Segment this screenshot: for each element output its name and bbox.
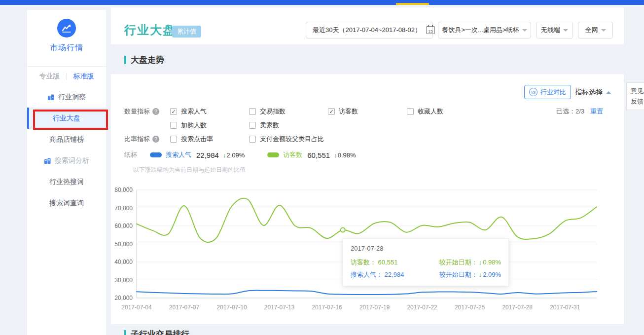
sidebar-item-6[interactable]: 搜索词查询	[27, 192, 106, 214]
help-icon[interactable]: ?	[152, 136, 159, 143]
calendar-icon: 15	[426, 26, 435, 34]
down-arrow-icon: ↓	[334, 151, 337, 159]
legend-change-value: 2.09%	[226, 151, 245, 159]
scope-dropdown-value: 全网	[585, 26, 598, 35]
sidebar-item-5[interactable]: 行业热搜词	[27, 171, 106, 192]
feedback-line2: 反馈	[631, 96, 644, 107]
checkbox-unchecked[interactable]	[249, 122, 256, 129]
top-navigation-bar	[0, 0, 644, 5]
x-axis-label: 2017-07-31	[550, 304, 580, 311]
app-root: 市场行情 专业版标准版 行业洞察行业大盘商品店铺榜搜索词分析行业热搜词搜索词查询…	[0, 0, 644, 335]
metric-selector-toggle[interactable]: 指标选择	[575, 88, 611, 97]
chevron-down-icon	[522, 29, 527, 32]
tooltip-change-value: 2.09%	[483, 271, 501, 278]
legend-series-change: ↓2.09%	[223, 151, 245, 159]
chart-legend: 纸杯 搜索人气22,984↓2.09%访客数60,551↓0.98%	[124, 150, 379, 159]
legend-series-change: ↓0.98%	[334, 151, 356, 159]
line-series-搜索人气	[137, 291, 597, 295]
checkbox-搜索人气[interactable]: ✓搜索人气	[170, 107, 249, 116]
sidebar-item-2[interactable]: 行业大盘	[27, 108, 106, 129]
sidebar-item-4[interactable]: 搜索词分析	[27, 150, 106, 171]
industry-compare-button[interactable]: vs 行业对比	[524, 85, 571, 99]
help-icon[interactable]: ?	[152, 108, 159, 115]
indicator-group-1: 数量指标?✓搜索人气交易指数✓访客数收藏人数加购人数卖家数	[124, 105, 486, 132]
y-axis-label: 40,000	[114, 259, 133, 265]
chart-note: 以下涨跌幅均为当前日期与起始日期的比值	[133, 166, 246, 174]
checkbox-label: 支付金额较父类目占比	[260, 135, 324, 144]
checkbox-unchecked[interactable]	[170, 136, 177, 143]
page-header: 行业大盘 累计值 最近30天（2017-07-04~2017-08-02） 15…	[111, 7, 624, 44]
legend-series-value: 60,551	[307, 151, 330, 159]
category-dropdown[interactable]: 餐饮具>一次...桌用品>纸杯	[438, 22, 531, 38]
checkbox-label: 交易指数	[260, 107, 286, 116]
indicator-group-label: 比率指标?	[124, 132, 170, 146]
sidebar-item-label: 行业大盘	[53, 114, 80, 123]
version-tab-1[interactable]: 专业版	[39, 72, 60, 81]
checkbox-支付金额较父类目占比[interactable]: 支付金额较父类目占比	[249, 135, 328, 144]
selected-count-info: 已选：2/3 重置	[556, 107, 603, 116]
sidebar-item-3[interactable]: 商品店铺榜	[27, 129, 106, 150]
x-axis-label: 2017-07-07	[169, 304, 200, 311]
vs-icon: vs	[529, 88, 537, 96]
legend-series-name: 搜索人气	[166, 150, 191, 159]
indicator-group-label-text: 比率指标	[124, 135, 150, 144]
checkbox-label: 访客数	[339, 107, 358, 116]
sidebar-item-1[interactable]: 行业洞察	[27, 86, 106, 108]
checkbox-label: 搜索人气	[181, 107, 207, 116]
sidebar-item-label: 商品店铺榜	[49, 135, 84, 144]
scope-dropdown[interactable]: 全网	[578, 22, 613, 38]
y-axis-label: 50,000	[114, 241, 133, 248]
checkbox-checked[interactable]: ✓	[170, 108, 177, 115]
version-tabs: 专业版标准版	[27, 67, 106, 86]
metric-selector-label: 指标选择	[575, 88, 603, 97]
x-axis-label: 2017-07-19	[359, 304, 390, 311]
indicator-row: 搜索点击率支付金额较父类目占比	[170, 132, 328, 146]
checkbox-访客数[interactable]: ✓访客数	[328, 107, 407, 116]
x-axis-label: 2017-07-28	[502, 304, 533, 311]
sidebar-menu: 行业洞察行业大盘商品店铺榜搜索词分析行业热搜词搜索词查询	[27, 86, 106, 214]
version-tab-2[interactable]: 标准版	[73, 72, 94, 81]
checkbox-unchecked[interactable]	[170, 122, 177, 129]
checkbox-交易指数[interactable]: 交易指数	[249, 107, 328, 116]
indicator-rows: ✓搜索人气交易指数✓访客数收藏人数加购人数卖家数	[170, 105, 486, 132]
buildings-icon	[47, 94, 55, 101]
sidebar-brand: 市场行情	[27, 10, 106, 53]
chevron-up-icon	[606, 91, 611, 94]
line-series-访客数	[137, 198, 597, 242]
chart-tooltip: 2017-07-28 访客数： 60,551较开始日期：↓0.98%搜索人气： …	[343, 238, 509, 286]
active-nav-underline	[396, 3, 429, 5]
sidebar-item-label: 行业洞察	[58, 93, 86, 102]
reset-link[interactable]: 重置	[590, 107, 603, 116]
checkbox-unchecked[interactable]	[407, 108, 414, 115]
industry-compare-label: 行业对比	[540, 88, 566, 97]
date-range-picker[interactable]: 最近30天（2017-07-04~2017-08-02） 15	[306, 22, 433, 38]
tooltip-rows: 访客数： 60,551较开始日期：↓0.98%搜索人气： 22,984较开始日期…	[351, 256, 501, 281]
tooltip-row: 访客数： 60,551较开始日期：↓0.98%	[351, 256, 501, 268]
tooltip-series-value: 访客数： 60,551	[351, 256, 397, 268]
chevron-down-icon	[563, 29, 568, 32]
indicator-groups: 数量指标?✓搜索人气交易指数✓访客数收藏人数加购人数卖家数比率指标?搜索点击率支…	[124, 105, 486, 146]
app-title: 市场行情	[27, 43, 106, 53]
chevron-down-icon	[601, 29, 606, 32]
checkbox-unchecked[interactable]	[249, 136, 256, 143]
checkbox-搜索点击率[interactable]: 搜索点击率	[170, 135, 249, 144]
checkbox-卖家数[interactable]: 卖家数	[249, 121, 328, 130]
legend-items: 搜索人气22,984↓2.09%访客数60,551↓0.98%	[150, 150, 379, 159]
trend-panel: vs 行业对比 指标选择 数量指标?✓搜索人气交易指数✓访客数收藏人数加购人数卖…	[111, 74, 624, 324]
checkbox-unchecked[interactable]	[249, 108, 256, 115]
calendar-icon-wrap[interactable]: 15	[426, 26, 435, 34]
y-axis-label: 30,000	[114, 277, 133, 284]
hover-marker	[341, 228, 345, 232]
checkbox-label: 卖家数	[260, 121, 279, 130]
checkbox-收藏人数[interactable]: 收藏人数	[407, 107, 486, 116]
market-trend-icon	[57, 19, 76, 37]
checkbox-checked[interactable]: ✓	[328, 108, 335, 115]
section-title-text: 大盘走势	[131, 54, 164, 66]
y-axis-label: 20,000	[114, 295, 133, 301]
checkbox-加购人数[interactable]: 加购人数	[170, 121, 249, 130]
down-arrow-icon: ↓	[479, 259, 482, 266]
terminal-dropdown[interactable]: 无线端	[536, 22, 573, 38]
legend-change-value: 0.98%	[338, 151, 356, 159]
legend-pill-搜索人气	[150, 152, 162, 157]
feedback-tab[interactable]: 意见 反馈	[626, 82, 644, 110]
